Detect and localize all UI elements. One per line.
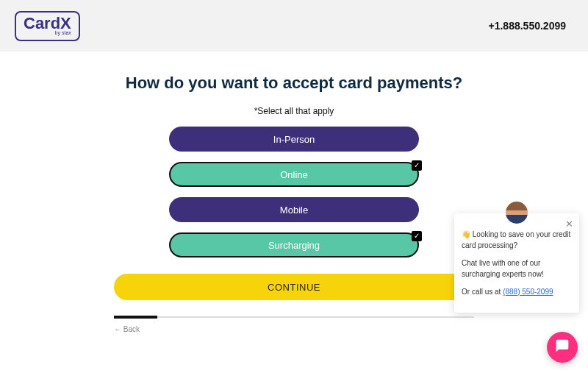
logo-main-text: CardX — [24, 15, 71, 32]
check-icon: ✓ — [412, 160, 422, 171]
back-button[interactable]: ← Back — [114, 325, 474, 333]
chat-phone-link[interactable]: (888) 550-2099 — [503, 288, 553, 296]
chat-line-1: 👋 Looking to save on your credit card pr… — [462, 230, 572, 251]
page-subtitle: *Select all that apply — [59, 106, 529, 116]
option-label: Mobile — [280, 205, 308, 216]
progress-fill — [114, 316, 157, 319]
continue-button[interactable]: CONTINUE — [114, 274, 474, 300]
continue-label: CONTINUE — [268, 282, 320, 293]
header-phone[interactable]: +1.888.550.2099 — [489, 20, 567, 32]
option-in-person[interactable]: In-Person — [169, 127, 419, 152]
check-icon: ✓ — [412, 231, 422, 241]
header: CardX by stax +1.888.550.2099 — [0, 0, 588, 51]
chat-line-3: Or call us at (888) 550-2099 — [462, 287, 572, 298]
close-icon[interactable]: ✕ — [565, 218, 573, 232]
page-title: How do you want to accept card payments? — [59, 74, 529, 93]
option-label: In-Person — [273, 134, 315, 145]
option-label: Online — [280, 169, 308, 180]
option-online[interactable]: Online ✓ — [169, 162, 419, 187]
wave-icon: 👋 — [462, 230, 470, 238]
chat-popup: ✕ 👋 Looking to save on your credit card … — [454, 213, 579, 313]
chat-line-2: Chat live with one of our surcharging ex… — [462, 258, 572, 280]
logo[interactable]: CardX by stax — [15, 11, 80, 41]
chat-icon — [555, 338, 570, 356]
option-label: Surcharging — [268, 240, 320, 251]
chat-launcher-button[interactable] — [547, 332, 578, 363]
option-mobile[interactable]: Mobile — [169, 197, 419, 222]
progress-bar — [114, 316, 474, 318]
agent-avatar — [506, 202, 528, 224]
option-surcharging[interactable]: Surcharging ✓ — [169, 232, 419, 257]
